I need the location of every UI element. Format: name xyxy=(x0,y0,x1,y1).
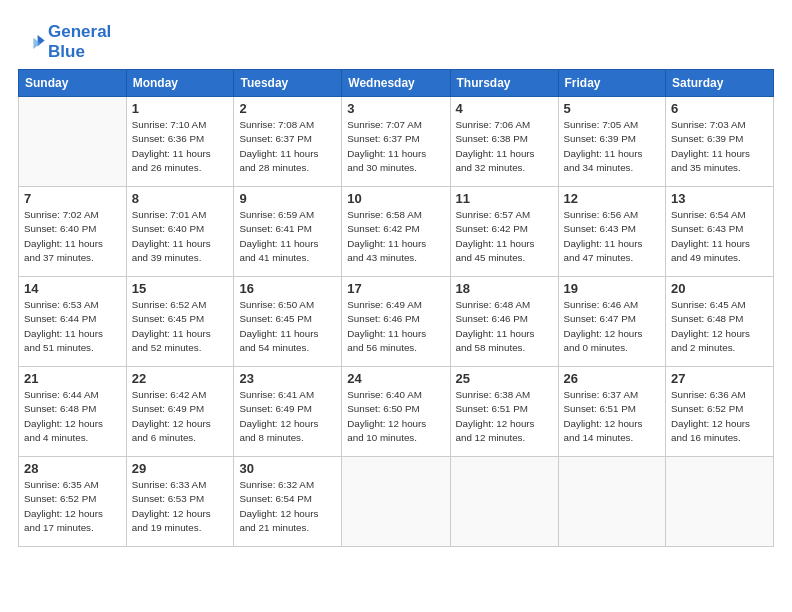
day-number: 12 xyxy=(564,191,661,206)
day-info: Sunrise: 6:41 AM Sunset: 6:49 PM Dayligh… xyxy=(239,388,336,445)
day-info: Sunrise: 6:37 AM Sunset: 6:51 PM Dayligh… xyxy=(564,388,661,445)
calendar-header-row: SundayMondayTuesdayWednesdayThursdayFrid… xyxy=(19,70,774,97)
calendar-cell: 15Sunrise: 6:52 AM Sunset: 6:45 PM Dayli… xyxy=(126,277,234,367)
calendar-cell: 3Sunrise: 7:07 AM Sunset: 6:37 PM Daylig… xyxy=(342,97,450,187)
day-info: Sunrise: 7:05 AM Sunset: 6:39 PM Dayligh… xyxy=(564,118,661,175)
day-number: 10 xyxy=(347,191,444,206)
calendar: SundayMondayTuesdayWednesdayThursdayFrid… xyxy=(18,69,774,547)
day-info: Sunrise: 6:42 AM Sunset: 6:49 PM Dayligh… xyxy=(132,388,229,445)
header-row: General Blue xyxy=(18,18,774,61)
day-info: Sunrise: 6:44 AM Sunset: 6:48 PM Dayligh… xyxy=(24,388,121,445)
day-info: Sunrise: 6:48 AM Sunset: 6:46 PM Dayligh… xyxy=(456,298,553,355)
day-number: 1 xyxy=(132,101,229,116)
calendar-cell xyxy=(19,97,127,187)
day-number: 3 xyxy=(347,101,444,116)
calendar-cell: 23Sunrise: 6:41 AM Sunset: 6:49 PM Dayli… xyxy=(234,367,342,457)
day-number: 8 xyxy=(132,191,229,206)
day-info: Sunrise: 7:03 AM Sunset: 6:39 PM Dayligh… xyxy=(671,118,768,175)
day-info: Sunrise: 7:08 AM Sunset: 6:37 PM Dayligh… xyxy=(239,118,336,175)
calendar-cell: 4Sunrise: 7:06 AM Sunset: 6:38 PM Daylig… xyxy=(450,97,558,187)
day-number: 21 xyxy=(24,371,121,386)
day-info: Sunrise: 6:50 AM Sunset: 6:45 PM Dayligh… xyxy=(239,298,336,355)
day-info: Sunrise: 6:32 AM Sunset: 6:54 PM Dayligh… xyxy=(239,478,336,535)
day-number: 24 xyxy=(347,371,444,386)
page-container: General Blue SundayMondayTuesdayWednesda… xyxy=(0,0,792,557)
calendar-cell: 20Sunrise: 6:45 AM Sunset: 6:48 PM Dayli… xyxy=(666,277,774,367)
calendar-cell: 8Sunrise: 7:01 AM Sunset: 6:40 PM Daylig… xyxy=(126,187,234,277)
day-info: Sunrise: 7:02 AM Sunset: 6:40 PM Dayligh… xyxy=(24,208,121,265)
day-number: 18 xyxy=(456,281,553,296)
calendar-cell: 26Sunrise: 6:37 AM Sunset: 6:51 PM Dayli… xyxy=(558,367,666,457)
day-number: 4 xyxy=(456,101,553,116)
calendar-cell xyxy=(558,457,666,547)
calendar-cell: 18Sunrise: 6:48 AM Sunset: 6:46 PM Dayli… xyxy=(450,277,558,367)
day-info: Sunrise: 6:38 AM Sunset: 6:51 PM Dayligh… xyxy=(456,388,553,445)
day-info: Sunrise: 6:35 AM Sunset: 6:52 PM Dayligh… xyxy=(24,478,121,535)
day-number: 19 xyxy=(564,281,661,296)
day-number: 22 xyxy=(132,371,229,386)
day-info: Sunrise: 6:56 AM Sunset: 6:43 PM Dayligh… xyxy=(564,208,661,265)
day-info: Sunrise: 6:40 AM Sunset: 6:50 PM Dayligh… xyxy=(347,388,444,445)
day-info: Sunrise: 7:07 AM Sunset: 6:37 PM Dayligh… xyxy=(347,118,444,175)
calendar-cell: 13Sunrise: 6:54 AM Sunset: 6:43 PM Dayli… xyxy=(666,187,774,277)
logo-text: General Blue xyxy=(48,22,111,61)
day-number: 13 xyxy=(671,191,768,206)
day-number: 29 xyxy=(132,461,229,476)
calendar-cell: 7Sunrise: 7:02 AM Sunset: 6:40 PM Daylig… xyxy=(19,187,127,277)
day-info: Sunrise: 7:01 AM Sunset: 6:40 PM Dayligh… xyxy=(132,208,229,265)
day-info: Sunrise: 6:33 AM Sunset: 6:53 PM Dayligh… xyxy=(132,478,229,535)
day-number: 6 xyxy=(671,101,768,116)
calendar-cell: 21Sunrise: 6:44 AM Sunset: 6:48 PM Dayli… xyxy=(19,367,127,457)
calendar-cell: 6Sunrise: 7:03 AM Sunset: 6:39 PM Daylig… xyxy=(666,97,774,187)
day-header-thursday: Thursday xyxy=(450,70,558,97)
day-number: 27 xyxy=(671,371,768,386)
day-header-monday: Monday xyxy=(126,70,234,97)
calendar-cell: 17Sunrise: 6:49 AM Sunset: 6:46 PM Dayli… xyxy=(342,277,450,367)
calendar-cell: 22Sunrise: 6:42 AM Sunset: 6:49 PM Dayli… xyxy=(126,367,234,457)
day-number: 26 xyxy=(564,371,661,386)
day-number: 17 xyxy=(347,281,444,296)
day-info: Sunrise: 6:54 AM Sunset: 6:43 PM Dayligh… xyxy=(671,208,768,265)
day-header-saturday: Saturday xyxy=(666,70,774,97)
calendar-week-row: 14Sunrise: 6:53 AM Sunset: 6:44 PM Dayli… xyxy=(19,277,774,367)
calendar-cell: 2Sunrise: 7:08 AM Sunset: 6:37 PM Daylig… xyxy=(234,97,342,187)
calendar-cell: 9Sunrise: 6:59 AM Sunset: 6:41 PM Daylig… xyxy=(234,187,342,277)
day-info: Sunrise: 7:10 AM Sunset: 6:36 PM Dayligh… xyxy=(132,118,229,175)
day-number: 9 xyxy=(239,191,336,206)
day-info: Sunrise: 6:57 AM Sunset: 6:42 PM Dayligh… xyxy=(456,208,553,265)
day-number: 5 xyxy=(564,101,661,116)
day-number: 14 xyxy=(24,281,121,296)
calendar-cell xyxy=(450,457,558,547)
logo: General Blue xyxy=(18,22,111,61)
calendar-cell: 29Sunrise: 6:33 AM Sunset: 6:53 PM Dayli… xyxy=(126,457,234,547)
calendar-cell: 5Sunrise: 7:05 AM Sunset: 6:39 PM Daylig… xyxy=(558,97,666,187)
day-info: Sunrise: 6:45 AM Sunset: 6:48 PM Dayligh… xyxy=(671,298,768,355)
calendar-cell xyxy=(666,457,774,547)
day-number: 11 xyxy=(456,191,553,206)
calendar-cell: 24Sunrise: 6:40 AM Sunset: 6:50 PM Dayli… xyxy=(342,367,450,457)
calendar-cell: 11Sunrise: 6:57 AM Sunset: 6:42 PM Dayli… xyxy=(450,187,558,277)
day-info: Sunrise: 7:06 AM Sunset: 6:38 PM Dayligh… xyxy=(456,118,553,175)
day-number: 7 xyxy=(24,191,121,206)
day-info: Sunrise: 6:46 AM Sunset: 6:47 PM Dayligh… xyxy=(564,298,661,355)
calendar-cell: 14Sunrise: 6:53 AM Sunset: 6:44 PM Dayli… xyxy=(19,277,127,367)
day-number: 20 xyxy=(671,281,768,296)
day-info: Sunrise: 6:59 AM Sunset: 6:41 PM Dayligh… xyxy=(239,208,336,265)
day-number: 25 xyxy=(456,371,553,386)
day-info: Sunrise: 6:58 AM Sunset: 6:42 PM Dayligh… xyxy=(347,208,444,265)
day-header-wednesday: Wednesday xyxy=(342,70,450,97)
day-info: Sunrise: 6:52 AM Sunset: 6:45 PM Dayligh… xyxy=(132,298,229,355)
calendar-cell: 16Sunrise: 6:50 AM Sunset: 6:45 PM Dayli… xyxy=(234,277,342,367)
day-number: 28 xyxy=(24,461,121,476)
day-header-tuesday: Tuesday xyxy=(234,70,342,97)
day-number: 23 xyxy=(239,371,336,386)
calendar-cell: 25Sunrise: 6:38 AM Sunset: 6:51 PM Dayli… xyxy=(450,367,558,457)
calendar-week-row: 1Sunrise: 7:10 AM Sunset: 6:36 PM Daylig… xyxy=(19,97,774,187)
calendar-cell: 19Sunrise: 6:46 AM Sunset: 6:47 PM Dayli… xyxy=(558,277,666,367)
calendar-week-row: 7Sunrise: 7:02 AM Sunset: 6:40 PM Daylig… xyxy=(19,187,774,277)
logo-icon xyxy=(18,28,46,56)
calendar-week-row: 28Sunrise: 6:35 AM Sunset: 6:52 PM Dayli… xyxy=(19,457,774,547)
calendar-cell: 12Sunrise: 6:56 AM Sunset: 6:43 PM Dayli… xyxy=(558,187,666,277)
day-info: Sunrise: 6:53 AM Sunset: 6:44 PM Dayligh… xyxy=(24,298,121,355)
day-number: 16 xyxy=(239,281,336,296)
